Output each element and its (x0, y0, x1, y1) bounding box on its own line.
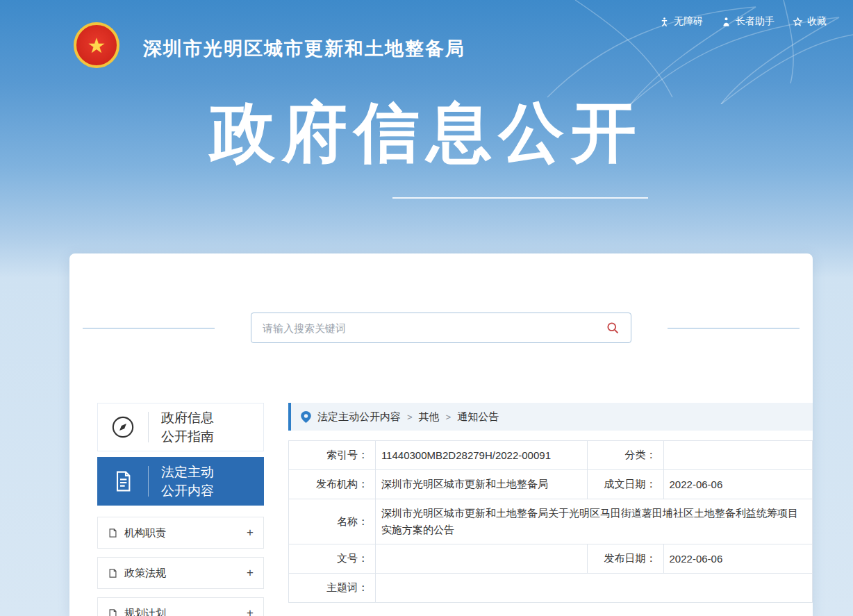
expand-plus-icon[interactable]: + (247, 566, 254, 580)
table-row-keywords: 主题词： (289, 574, 813, 603)
sidebar: 政府信息 公开指南 法定主动 公开内容 机构职责 + (97, 403, 264, 616)
compass-icon (98, 415, 148, 439)
table-row-name: 名称： 深圳市光明区城市更新和土地整备局关于光明区马田街道薯田埔社区土地整备利益… (289, 499, 813, 544)
header-utility-links: 无障碍 长者助手 收藏 (659, 15, 827, 28)
sidebar-guide-label: 政府信息 公开指南 (149, 408, 214, 446)
name-label: 名称： (289, 499, 376, 544)
written-date-label: 成文日期： (587, 470, 663, 499)
duties-icon (108, 528, 118, 538)
search-divider-left (83, 328, 215, 328)
breadcrumb: 法定主动公开内容 > 其他 > 通知公告 (288, 403, 813, 431)
search-icon (606, 321, 620, 335)
publish-date-value: 2022-06-06 (663, 544, 812, 574)
accessibility-icon (659, 17, 670, 27)
main-panel: 法定主动公开内容 > 其他 > 通知公告 索引号： 11440300MB2D28… (288, 403, 813, 616)
favorite-link[interactable]: 收藏 (793, 15, 827, 28)
content-card: 政府信息 公开指南 法定主动 公开内容 机构职责 + (69, 253, 813, 616)
content-area: 政府信息 公开指南 法定主动 公开内容 机构职责 + (97, 403, 785, 616)
plans-icon (108, 608, 118, 616)
document-icon (98, 470, 148, 492)
emblem-star-icon: ★ (88, 33, 106, 58)
breadcrumb-separator: > (446, 412, 452, 422)
expand-plus-icon[interactable]: + (247, 606, 254, 616)
breadcrumb-item-legal[interactable]: 法定主动公开内容 (317, 410, 401, 424)
elder-assistant-label: 长者助手 (736, 15, 775, 28)
accessibility-link[interactable]: 无障碍 (659, 15, 703, 28)
document-meta-table: 索引号： 11440300MB2D28279H/2022-00091 分类： 发… (288, 440, 813, 603)
search-button[interactable] (606, 321, 620, 335)
search-divider-right (668, 328, 800, 328)
search-box (251, 313, 631, 343)
accessibility-label: 无障碍 (674, 15, 703, 28)
publisher-value: 深圳市光明区城市更新和土地整备局 (375, 470, 587, 499)
national-emblem: ★ (74, 22, 119, 68)
sidebar-active-label: 法定主动 公开内容 (149, 463, 214, 500)
breadcrumb-item-notices[interactable]: 通知公告 (457, 410, 499, 424)
favorite-label: 收藏 (807, 15, 827, 28)
table-row-publisher: 发布机构： 深圳市光明区城市更新和土地整备局 成文日期： 2022-06-06 (289, 470, 813, 499)
sidebar-item-policies[interactable]: 政策法规 + (97, 557, 264, 589)
elder-assistant-link[interactable]: 长者助手 (721, 15, 775, 28)
sidebar-item-legal-disclosure[interactable]: 法定主动 公开内容 (97, 457, 264, 506)
sidebar-item-label: 机构职责 (124, 526, 247, 540)
site-title: 深圳市光明区城市更新和土地整备局 (143, 36, 465, 61)
table-row-docnum: 文号： 发布日期： 2022-06-06 (289, 544, 813, 574)
name-value: 深圳市光明区城市更新和土地整备局关于光明区马田街道薯田埔社区土地整备利益统筹项目… (375, 499, 812, 544)
publisher-label: 发布机构： (289, 470, 376, 499)
keywords-value (375, 574, 812, 603)
banner-underline (392, 197, 648, 199)
sidebar-item-duties[interactable]: 机构职责 + (97, 517, 264, 549)
elder-icon (721, 17, 731, 27)
index-label: 索引号： (289, 441, 376, 470)
keywords-label: 主题词： (289, 574, 376, 603)
doc-number-value (375, 544, 587, 574)
breadcrumb-item-other[interactable]: 其他 (419, 410, 440, 424)
sidebar-item-plans[interactable]: 规划计划 + (97, 597, 264, 616)
table-row-index: 索引号： 11440300MB2D28279H/2022-00091 分类： (289, 441, 813, 470)
star-icon (793, 17, 803, 27)
location-pin-icon (301, 411, 311, 423)
written-date-value: 2022-06-06 (663, 470, 812, 499)
sidebar-item-label: 政策法规 (124, 567, 247, 580)
doc-number-label: 文号： (289, 544, 376, 574)
expand-plus-icon[interactable]: + (247, 526, 254, 540)
page-title: 政府信息公开 (0, 89, 853, 177)
publish-date-label: 发布日期： (587, 544, 663, 574)
policies-icon (108, 568, 118, 578)
category-value (663, 441, 812, 470)
sidebar-item-guide[interactable]: 政府信息 公开指南 (97, 403, 264, 451)
index-value: 11440300MB2D28279H/2022-00091 (375, 441, 587, 470)
breadcrumb-separator: > (407, 412, 413, 422)
sidebar-item-label: 规划计划 (124, 607, 247, 616)
category-label: 分类： (587, 441, 663, 470)
search-section (69, 313, 813, 343)
search-input[interactable] (263, 322, 606, 334)
